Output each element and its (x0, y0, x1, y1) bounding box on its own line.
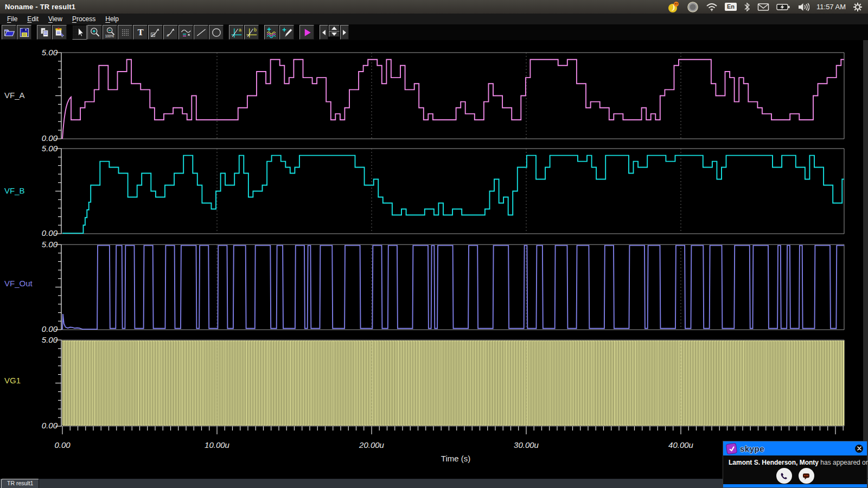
nav-spinner (329, 25, 340, 40)
x-tick-label: 10.00u (193, 440, 241, 450)
pointer-tool-button[interactable] (72, 25, 87, 40)
line-icon (195, 27, 208, 38)
text-tool-button[interactable]: T (133, 25, 148, 40)
mail-icon[interactable] (757, 3, 769, 11)
label-curve-button[interactable]: T (148, 25, 163, 40)
svg-text:100%: 100% (105, 34, 114, 38)
save-icon (18, 27, 31, 38)
save-button[interactable] (17, 25, 31, 40)
battery-icon[interactable] (776, 3, 790, 11)
pick-point-button[interactable] (279, 25, 294, 40)
svg-text:b: b (254, 27, 257, 33)
query-curve-button[interactable]: ? (163, 25, 178, 40)
open-file-button[interactable] (2, 25, 16, 40)
nav-down-button[interactable] (329, 31, 340, 37)
y-max-label: 5.00 (21, 48, 58, 57)
down-arrow-icon (331, 32, 337, 36)
skype-message: Lamont S. Henderson, Monty has appeared … (723, 455, 867, 466)
close-icon[interactable] (855, 445, 863, 453)
signal-label-vf-b[interactable]: VF_B (4, 186, 25, 195)
add-waves-button[interactable] (264, 25, 279, 40)
curve-legend-button[interactable] (178, 25, 193, 40)
right-arrow-icon (341, 27, 348, 38)
signal-label-vf-out[interactable]: VF_Out (4, 279, 33, 288)
menu-edit[interactable]: Edit (22, 14, 43, 24)
y-min-label: 0.00 (21, 324, 58, 333)
y-min-label: 0.00 (21, 421, 58, 430)
phone-icon (780, 472, 788, 480)
signal-label-vg1[interactable]: VG1 (4, 376, 21, 385)
paste-icon (53, 27, 66, 38)
signal-label-vf-a[interactable]: VF_A (4, 91, 25, 100)
clock[interactable]: 11:57 AM (816, 3, 846, 11)
window-right-edge (863, 40, 868, 478)
skype-actions (723, 468, 867, 484)
window-title: Noname - TR result1 (5, 3, 75, 11)
axis-a-icon: a (230, 27, 243, 38)
menu-help[interactable]: Help (100, 14, 124, 24)
titlebar: Noname - TR result1 En (0, 0, 868, 14)
left-arrow-icon (321, 27, 327, 38)
y-max-label: 5.00 (21, 335, 58, 344)
y-max-label: 5.00 (21, 144, 58, 153)
nav-left-button[interactable] (320, 25, 328, 40)
application-window: VF_A VF_B VF_Out VG1 5.00 0.00 5.00 0.00… (0, 0, 868, 488)
folder-open-icon (3, 27, 16, 38)
waveform-canvas (0, 0, 868, 488)
bluetooth-icon[interactable] (744, 2, 750, 12)
zoom-100-icon: 100% (104, 27, 117, 38)
skype-check-icon (726, 442, 737, 454)
x-tick-label: 30.00u (502, 440, 551, 450)
up-arrow-icon (331, 26, 337, 30)
skype-wordmark: skype (740, 444, 764, 453)
status-text: has appeared online (819, 459, 868, 466)
curve-legend-icon (180, 27, 193, 38)
menu-view[interactable]: View (43, 14, 67, 24)
copy-button[interactable] (37, 25, 52, 40)
x-axis-title: Time (s) (418, 454, 494, 463)
call-button[interactable] (776, 468, 792, 484)
nav-up-button[interactable] (329, 25, 340, 31)
skype-notification-popup: skype Lamont S. Henderson, Monty has app… (723, 441, 867, 488)
svg-text:a: a (239, 27, 241, 33)
chat-button[interactable] (799, 468, 814, 484)
grid-button[interactable] (118, 25, 132, 40)
circle-tool-button[interactable] (209, 25, 224, 40)
run-button[interactable] (299, 25, 314, 40)
menu-file[interactable]: File (2, 14, 22, 24)
wifi-icon[interactable] (706, 2, 718, 12)
indicator-orb-icon[interactable] (687, 1, 699, 13)
toolbar: 100% T T ? (0, 24, 868, 40)
svg-text:?: ? (167, 33, 169, 38)
axis-b-icon: b (245, 27, 258, 38)
skype-popup-footer (723, 484, 867, 487)
label-curve-icon: T (149, 27, 162, 38)
zoom-100-button[interactable]: 100% (103, 25, 117, 40)
zoom-in-icon (88, 27, 101, 38)
axis-b-button[interactable]: b (244, 25, 259, 40)
svg-text:T: T (137, 28, 143, 37)
y-min-label: 0.00 (21, 228, 58, 237)
grid-icon (119, 27, 132, 38)
zoom-in-button[interactable] (87, 25, 102, 40)
messenger-icon[interactable] (667, 1, 680, 14)
session-gear-icon[interactable] (853, 2, 863, 12)
contact-name: Lamont S. Henderson, Monty (729, 459, 819, 466)
line-tool-button[interactable] (194, 25, 208, 40)
x-tick-label: 40.00u (656, 440, 705, 450)
copy-icon (38, 27, 51, 38)
run-icon (301, 27, 314, 38)
menubar: File Edit View Process Help (0, 14, 868, 24)
paste-button[interactable] (52, 25, 67, 40)
add-waves-icon (265, 27, 278, 38)
menu-process[interactable]: Process (67, 14, 100, 24)
circle-icon (210, 27, 223, 38)
skype-popup-header[interactable]: skype (723, 441, 867, 455)
volume-icon[interactable] (797, 2, 809, 12)
tab-tr-result1[interactable]: TR result1 (1, 479, 39, 488)
chat-bubble-icon (802, 472, 810, 480)
query-curve-icon: ? (164, 27, 177, 38)
axis-a-button[interactable]: a (229, 25, 244, 40)
nav-right-button[interactable] (340, 25, 349, 40)
keyboard-layout-badge[interactable]: En (725, 3, 737, 11)
